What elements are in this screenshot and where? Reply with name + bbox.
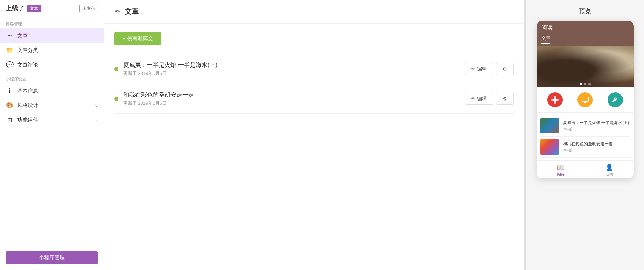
svg-rect-5 [582, 97, 588, 101]
status-badge: 未发布 [79, 5, 98, 12]
settings-button[interactable]: ⚙ [496, 63, 514, 75]
edit-button-2[interactable]: ✏ 编辑 [465, 93, 493, 105]
banner-dot-1 [580, 83, 582, 85]
sidebar-label-comments: 文章评论 [17, 62, 38, 68]
sidebar-footer: 小程序管理 [0, 245, 104, 270]
info-icon: ℹ [6, 87, 14, 95]
article-date: 更新于 2019年6月5日 [123, 100, 460, 106]
miniapp-manage-button[interactable]: 小程序管理 [6, 251, 98, 264]
phone-icons [537, 87, 634, 113]
phone-header-dots: ··· [621, 24, 629, 32]
mine-icon: 👤 [606, 164, 613, 171]
main-body: + 撰写新博文 夏威夷：一半是火焰 一半是海水(上) 更新于 2019年6月5日… [104, 24, 524, 270]
svg-rect-7 [584, 101, 586, 102]
table-row: 和我在彩色的圣胡安走一走 更新于 2019年6月5日 ✏ 编辑 ⚙ [114, 84, 514, 114]
preview-panel: 预览 阅读 ··· 文章 [526, 0, 644, 270]
phone-icon-teal[interactable] [608, 92, 623, 107]
article-header-icon: ✒ [114, 7, 121, 16]
banner-dots [580, 83, 591, 85]
svg-point-2 [554, 101, 556, 104]
banner-dot-2 [584, 83, 586, 85]
sidebar-label-style: 风格设计 [17, 102, 38, 109]
phone-article-title-2: 和我在彩色的圣胡安走一走 [563, 141, 630, 147]
article-info: 和我在彩色的圣胡安走一走 更新于 2019年6月5日 [123, 91, 460, 106]
article-actions: ✏ 编辑 ⚙ [465, 63, 514, 75]
comment-icon: 💬 [6, 61, 14, 69]
phone-nav-mine-label: 我的 [606, 172, 613, 177]
sidebar-label-articles: 文章 [17, 33, 28, 39]
phone-article-item[interactable]: 和我在彩色的圣胡安走一走 3年前 [540, 137, 630, 158]
phone-header-title: 阅读 [541, 24, 553, 32]
settings-button-2[interactable]: ⚙ [496, 93, 514, 105]
sidebar-label-basic: 基本信息 [17, 88, 38, 94]
phone-header: 阅读 ··· [537, 21, 634, 35]
page-title: 文章 [125, 7, 139, 16]
chevron-down-icon-2: ∨ [95, 117, 98, 122]
logo-badge: 文章 [27, 5, 41, 12]
sidebar-item-components[interactable]: ⊞ 功能组件 ∨ [0, 113, 104, 127]
logo-text: 上线了 [6, 4, 24, 12]
phone-article-title: 夏威夷：一半是火焰 一半是海水(上) [563, 120, 630, 126]
phone-articles: 夏威夷：一半是火焰 一半是海水(上) 2年前 和我在彩色的圣胡安走一走 3年前 [537, 113, 634, 160]
published-dot [114, 97, 118, 101]
phone-banner-inner [537, 46, 634, 87]
phone-icon-red[interactable] [547, 92, 563, 107]
phone-nav-read-label: 阅读 [557, 172, 565, 177]
phone-article-info-2: 和我在彩色的圣胡安走一走 3年前 [563, 141, 630, 153]
section-label-miniapp: 小程序设置 [0, 72, 104, 84]
sidebar-label-categories: 文章分类 [17, 47, 38, 54]
preview-title: 预览 [579, 7, 591, 15]
sidebar-header: 上线了 文章 未发布 [0, 0, 104, 17]
article-actions: ✏ 编辑 ⚙ [465, 93, 514, 105]
icon-flower [547, 92, 563, 107]
phone-subnav: 文章 [541, 35, 550, 44]
phone-nav-read[interactable]: 📖 阅读 [537, 164, 585, 177]
svg-point-0 [554, 98, 556, 101]
article-title: 夏威夷：一半是火焰 一半是海水(上) [123, 61, 460, 69]
phone-icon-yellow[interactable] [577, 92, 593, 107]
icon-monitor [577, 92, 593, 107]
svg-point-4 [556, 99, 559, 101]
icon-wrench [608, 92, 623, 107]
phone-mockup: 阅读 ··· 文章 [537, 21, 634, 178]
components-icon: ⊞ [6, 116, 14, 124]
article-title: 和我在彩色的圣胡安走一走 [123, 91, 460, 99]
sidebar-label-components: 功能组件 [17, 117, 38, 123]
published-dot [114, 67, 118, 71]
sidebar: 上线了 文章 未发布 博客管理 ✒ 文章 📁 文章分类 💬 文章评论 小程序设置… [0, 0, 104, 270]
main-header: ✒ 文章 [104, 0, 524, 24]
read-icon: 📖 [557, 164, 565, 171]
article-thumbnail-1 [540, 118, 559, 133]
phone-article-date: 2年前 [563, 127, 630, 132]
article-thumbnail-2 [540, 139, 559, 155]
phone-article-item[interactable]: 夏威夷：一半是火焰 一半是海水(上) 2年前 [540, 115, 630, 137]
phone-article-date-2: 3年前 [563, 148, 630, 153]
sidebar-item-articles[interactable]: ✒ 文章 [0, 28, 104, 43]
table-row: 夏威夷：一半是火焰 一半是海水(上) 更新于 2019年6月5日 ✏ 编辑 ⚙ [114, 54, 514, 84]
main-content: ✒ 文章 + 撰写新博文 夏威夷：一半是火焰 一半是海水(上) 更新于 2019… [104, 0, 524, 270]
sidebar-item-basic[interactable]: ℹ 基本信息 [0, 84, 104, 98]
sidebar-item-style[interactable]: 🎨 风格设计 ∨ [0, 98, 104, 113]
article-icon: ✒ [6, 32, 14, 40]
sidebar-item-categories[interactable]: 📁 文章分类 [0, 43, 104, 58]
phone-nav-mine[interactable]: 👤 我的 [585, 164, 634, 177]
phone-banner [537, 46, 634, 87]
article-date: 更新于 2019年6月5日 [123, 70, 460, 77]
chevron-down-icon: ∨ [95, 103, 98, 108]
new-post-button[interactable]: + 撰写新博文 [114, 32, 161, 45]
svg-point-1 [554, 96, 556, 99]
banner-dot-3 [588, 83, 591, 85]
phone-article-info: 夏威夷：一半是火焰 一半是海水(上) 2年前 [563, 120, 630, 132]
phone-bottom-nav: 📖 阅读 👤 我的 [537, 160, 634, 178]
edit-button[interactable]: ✏ 编辑 [465, 63, 493, 75]
section-label-blog: 博客管理 [0, 17, 104, 28]
sidebar-item-comments[interactable]: 💬 文章评论 [0, 58, 104, 72]
svg-point-3 [551, 99, 554, 101]
article-info: 夏威夷：一半是火焰 一半是海水(上) 更新于 2019年6月5日 [123, 61, 460, 77]
style-icon: 🎨 [6, 102, 14, 109]
article-list: 夏威夷：一半是火焰 一半是海水(上) 更新于 2019年6月5日 ✏ 编辑 ⚙ … [114, 54, 514, 114]
category-icon: 📁 [6, 46, 14, 54]
